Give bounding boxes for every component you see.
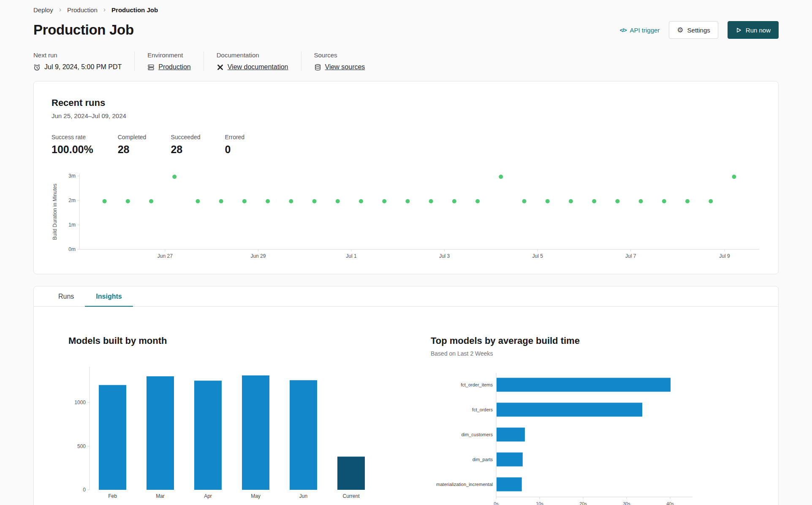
svg-text:500: 500 [77, 443, 86, 449]
meta-next-run: Next run Jul 9, 2024, 5:00 PM PDT [33, 51, 122, 71]
run-dot [382, 199, 386, 203]
tabbar: Runs Insights [34, 286, 778, 307]
stat-succeeded: Succeeded 28 [171, 134, 200, 156]
top-models-block: Top models by average build time Based o… [431, 335, 701, 505]
meta-sources: Sources View sources [314, 51, 365, 71]
run-dot [266, 199, 270, 203]
stat-value: 28 [118, 143, 147, 156]
svg-text:0m: 0m [68, 246, 76, 252]
y-axis-label: Build Duration in Minutes [52, 184, 58, 240]
documentation-label: Documentation [217, 51, 288, 59]
model-bar [497, 403, 642, 417]
run-dot [429, 199, 433, 203]
recent-runs-card: Recent runs Jun 25, 2024–Jul 09, 2024 Su… [33, 81, 779, 274]
run-dot [662, 199, 666, 203]
run-dot [103, 199, 107, 203]
top-models-title: Top models by average build time [431, 335, 701, 346]
stat-completed: Completed 28 [118, 134, 147, 156]
gear-icon: ⚙ [677, 26, 683, 35]
svg-text:dim_customers: dim_customers [461, 432, 493, 437]
insights-panel: Models built by month 05001000FebMarAprM… [34, 307, 778, 505]
run-dot [452, 199, 456, 203]
build-duration-scatter: Build Duration in Minutes0m1m2m3mJun 27J… [52, 170, 761, 259]
svg-text:0s: 0s [494, 501, 499, 505]
breadcrumb-production[interactable]: Production [67, 6, 98, 14]
breadcrumb: Deploy › Production › Production Job [33, 5, 779, 14]
environment-link[interactable]: Production [158, 63, 191, 71]
documentation-icon [217, 64, 224, 71]
stat-success-rate: Success rate 100.00% [52, 134, 93, 156]
run-dot [732, 175, 736, 179]
models-built-by-month-title: Models built by month [68, 335, 381, 346]
svg-text:40s: 40s [666, 501, 674, 505]
top-models-subtitle: Based on Last 2 Weeks [431, 350, 701, 357]
view-documentation-link[interactable]: View documentation [228, 63, 288, 71]
svg-text:fct_order_items: fct_order_items [461, 382, 493, 387]
svg-text:0: 0 [83, 487, 86, 493]
svg-text:Jun: Jun [299, 493, 307, 499]
meta-environment: Environment Production [147, 51, 191, 71]
play-icon [736, 27, 742, 33]
environment-icon [147, 64, 155, 71]
stat-value: 100.00% [52, 143, 93, 156]
svg-text:10s: 10s [536, 501, 543, 505]
model-bar [497, 378, 671, 392]
svg-text:20s: 20s [579, 501, 587, 505]
svg-text:Apr: Apr [204, 493, 212, 499]
svg-text:Jul 9: Jul 9 [719, 253, 730, 259]
month-bar [194, 381, 222, 490]
run-dot [709, 199, 713, 203]
meta-documentation: Documentation View documentation [217, 51, 288, 71]
stat-label: Succeeded [171, 134, 200, 140]
top-models-chart: 0s10s20s30s40sfct_order_itemsfct_ordersd… [431, 370, 701, 505]
svg-text:2m: 2m [68, 197, 76, 203]
svg-text:1m: 1m [68, 222, 76, 228]
divider [134, 51, 135, 71]
month-bar [290, 380, 317, 490]
header-actions: </> API trigger ⚙ Settings Run now [620, 21, 779, 39]
stat-value: 0 [225, 143, 244, 156]
divider [301, 51, 301, 71]
build-duration-chart: Build Duration in Minutes0m1m2m3mJun 27J… [52, 170, 760, 261]
run-dot [546, 199, 550, 203]
api-trigger-label: API trigger [630, 27, 660, 34]
job-detail-card: Runs Insights Models built by month 0500… [33, 286, 779, 505]
run-dot [242, 199, 247, 203]
svg-text:Mar: Mar [156, 493, 165, 499]
job-meta-row: Next run Jul 9, 2024, 5:00 PM PDT Enviro… [33, 51, 779, 71]
svg-text:Feb: Feb [108, 493, 117, 499]
run-dot [336, 199, 340, 203]
stat-label: Errored [225, 134, 244, 140]
run-dot [312, 199, 317, 203]
settings-button[interactable]: ⚙ Settings [669, 21, 718, 39]
svg-text:Jul 1: Jul 1 [346, 253, 357, 259]
month-bar [242, 375, 269, 490]
stat-label: Success rate [52, 134, 93, 140]
model-bar [497, 428, 525, 442]
sources-label: Sources [314, 51, 365, 59]
breadcrumb-current: Production Job [111, 6, 158, 14]
tab-runs[interactable]: Runs [47, 286, 85, 307]
month-bar [99, 385, 126, 490]
run-dot [592, 199, 596, 203]
run-now-label: Run now [746, 27, 771, 34]
month-bar [147, 376, 174, 490]
api-trigger-link[interactable]: </> API trigger [620, 27, 660, 34]
run-now-button[interactable]: Run now [728, 21, 779, 39]
code-icon: </> [620, 27, 627, 33]
tab-insights[interactable]: Insights [85, 286, 133, 307]
month-bar [337, 456, 365, 490]
svg-text:Current: Current [342, 493, 360, 499]
recent-runs-date-range: Jun 25, 2024–Jul 09, 2024 [52, 112, 760, 119]
view-sources-link[interactable]: View sources [325, 63, 365, 71]
run-dot [615, 199, 619, 203]
svg-text:1000: 1000 [74, 400, 86, 405]
page-header: Production Job </> API trigger ⚙ Setting… [33, 21, 779, 39]
recent-runs-stats: Success rate 100.00% Completed 28 Succee… [52, 134, 760, 156]
divider [204, 51, 204, 71]
run-dot [219, 199, 223, 203]
clock-icon [33, 64, 41, 71]
chevron-right-icon: › [59, 6, 61, 14]
breadcrumb-deploy[interactable]: Deploy [33, 6, 53, 14]
run-dot [126, 199, 130, 203]
